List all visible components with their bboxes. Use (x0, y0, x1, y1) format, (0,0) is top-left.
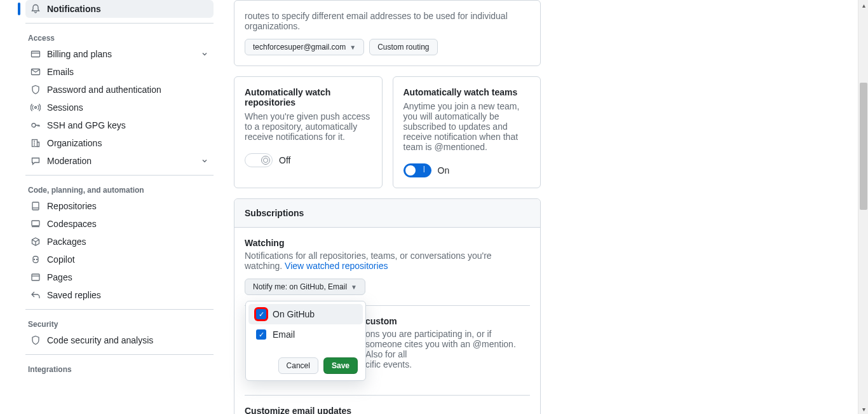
svg-point-2 (35, 107, 37, 109)
scroll-up-arrow[interactable]: ▴ (858, 0, 868, 10)
svg-point-7 (34, 259, 35, 260)
sidebar-item-copilot[interactable]: Copilot (25, 251, 214, 268)
svg-point-3 (32, 123, 36, 127)
nav-label: Saved replies (47, 290, 101, 300)
auto-watch-teams-toggle[interactable] (403, 163, 431, 177)
nav-label: Notifications (47, 4, 101, 14)
codespaces-icon (31, 219, 41, 229)
reply-icon (31, 290, 41, 300)
caret-down-icon: ▼ (351, 284, 357, 291)
sidebar-item-pages[interactable]: Pages (25, 268, 214, 286)
watching-desc: Notifications for all repositories, team… (245, 251, 530, 271)
nav-label: Copilot (47, 254, 75, 265)
shield-icon (31, 85, 41, 95)
default-email-dropdown[interactable]: techforcesuper@gmail.com ▼ (245, 39, 364, 55)
popup-cancel-button[interactable]: Cancel (278, 357, 318, 374)
svg-point-8 (37, 259, 37, 260)
sidebar-item-packages[interactable]: Packages (25, 233, 214, 251)
repo-icon (31, 201, 41, 211)
card-desc: When you're given push access to a repos… (245, 111, 372, 142)
sidebar-item-saved-replies[interactable]: Saved replies (25, 286, 214, 304)
btn-label: Custom routing (377, 43, 429, 52)
copilot-icon (31, 254, 41, 265)
email-routing-desc: routes to specify different email addres… (245, 11, 530, 31)
main-content: routes to specify different email addres… (224, 0, 551, 414)
svg-rect-9 (32, 274, 39, 280)
card-desc: Anytime you join a new team, you will au… (403, 101, 531, 152)
custom-routing-button[interactable]: Custom routing (369, 39, 437, 55)
card-title: Automatically watch repositories (245, 87, 372, 107)
svg-rect-6 (32, 221, 39, 226)
popup-option-github[interactable]: ✓ On GitHub (248, 304, 363, 324)
nav-label: Password and authentication (47, 85, 161, 95)
btn-label: techforcesuper@gmail.com (253, 43, 346, 52)
chevron-down-icon (201, 157, 208, 165)
checkbox-icon: ✓ (256, 329, 266, 340)
watching-notify-dropdown[interactable]: Notify me: on GitHub, Email ▼ (245, 279, 365, 295)
spacer (551, 0, 858, 414)
checkbox-icon: ✓ (256, 309, 266, 319)
auto-watch-teams-card: Automatically watch teams Anytime you jo… (393, 76, 541, 188)
nav-heading: Access (25, 29, 214, 45)
watching-block: Watching Notifications for all repositor… (234, 228, 540, 305)
sidebar-item-organizations[interactable]: Organizations (25, 134, 214, 152)
nav-section-access: Access Billing and plans Emails Password… (25, 23, 214, 170)
nav-section-security: Security Code security and analysis (25, 309, 214, 349)
subscriptions-card: Subscriptions Watching Notifications for… (234, 198, 541, 414)
organization-icon (31, 138, 41, 148)
sidebar-item-billing[interactable]: Billing and plans (25, 45, 214, 63)
popup-option-email[interactable]: ✓ Email (248, 324, 363, 345)
package-icon (31, 237, 41, 247)
nav-heading: Integrations (25, 360, 214, 376)
notify-me-popup: ✓ On GitHub ✓ Email Cancel Save (245, 301, 366, 381)
toggle-state: On (438, 165, 450, 176)
nav-label: Packages (47, 237, 86, 247)
sidebar-item-sessions[interactable]: Sessions (25, 99, 214, 116)
nav-label: Sessions (47, 102, 83, 113)
sidebar-item-moderation[interactable]: Moderation (25, 152, 214, 170)
sidebar-item-notifications[interactable]: Notifications (25, 0, 214, 18)
sidebar-item-ssh[interactable]: SSH and GPG keys (25, 116, 214, 134)
default-email-card: routes to specify different email addres… (234, 0, 541, 66)
mail-icon (31, 67, 41, 77)
key-icon (31, 120, 41, 130)
customize-title: Customize email updates (245, 406, 530, 414)
sidebar-item-codespaces[interactable]: Codespaces (25, 215, 214, 233)
nav-section-integrations: Integrations (25, 354, 214, 376)
nav-label: Code security and analysis (47, 335, 153, 345)
view-watched-link[interactable]: View watched repositories (285, 261, 388, 271)
subscriptions-header: Subscriptions (234, 199, 540, 228)
option-label: On GitHub (273, 309, 315, 319)
nav-label: Organizations (47, 138, 102, 148)
sidebar-item-emails[interactable]: Emails (25, 63, 214, 81)
auto-watch-repos-card: Automatically watch repositories When yo… (234, 76, 383, 188)
nav-label: Pages (47, 272, 72, 282)
chevron-down-icon (201, 50, 208, 58)
option-label: Email (273, 329, 295, 340)
caret-down-icon: ▼ (349, 44, 356, 51)
popup-save-button[interactable]: Save (323, 357, 358, 374)
scroll-down-arrow[interactable]: ▾ (858, 404, 868, 414)
customize-block: Customize email updates Choose which add… (234, 396, 540, 414)
auto-watch-repos-toggle[interactable] (245, 153, 273, 167)
nav-section-code: Code, planning, and automation Repositor… (25, 175, 214, 304)
browser-icon (31, 272, 41, 282)
broadcast-icon (31, 102, 41, 113)
comment-icon (31, 156, 41, 166)
card-title: Automatically watch teams (403, 87, 531, 97)
toggle-state: Off (279, 155, 290, 165)
bell-icon (31, 4, 41, 14)
sidebar-item-repositories[interactable]: Repositories (25, 197, 214, 215)
btn-label: Save (332, 361, 349, 370)
scroll-thumb[interactable] (860, 83, 867, 210)
nav-label: Billing and plans (47, 49, 112, 59)
nav-label: Moderation (47, 156, 92, 166)
sidebar-item-code-security[interactable]: Code security and analysis (25, 331, 214, 349)
scrollbar[interactable]: ▴ ▾ (858, 0, 868, 414)
nav-label: Repositories (47, 201, 97, 211)
btn-label: Notify me: on GitHub, Email (253, 282, 347, 291)
settings-sidebar: Notifications Access Billing and plans E… (0, 0, 224, 414)
sidebar-item-password[interactable]: Password and authentication (25, 81, 214, 99)
watching-title: Watching (245, 238, 530, 248)
shield-icon (31, 335, 41, 345)
